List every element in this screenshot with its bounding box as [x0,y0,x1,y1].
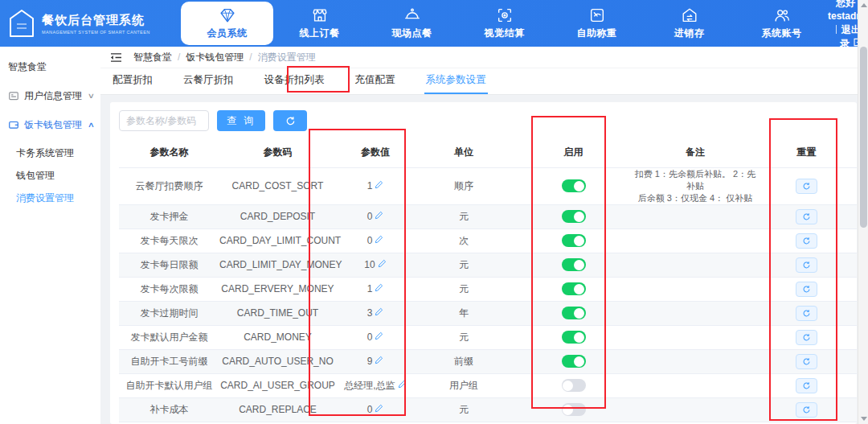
collapse-sidebar-icon[interactable] [110,52,122,63]
param-reset-cell [756,349,857,373]
query-button[interactable]: 查 询 [217,110,265,131]
nav-item-自助称重[interactable]: 自助称重 [551,0,643,47]
gem-icon [219,6,236,24]
nav-item-系统账号[interactable]: 系统账号 [735,0,828,47]
reset-button[interactable] [796,354,817,369]
edit-pencil-icon[interactable] [375,331,383,340]
tab-云餐厅折扣[interactable]: 云餐厅折扣 [183,73,234,94]
sidebar-item-卡务系统管理[interactable]: 卡务系统管理 [0,142,100,164]
reset-button[interactable] [796,209,817,224]
param-enable-cell [513,325,634,349]
reset-icon [802,285,811,294]
param-remark-cell [634,277,756,301]
sidebar-group-饭卡钱包管理[interactable]: 饭卡钱包管理∧ [0,113,100,137]
reset-button[interactable] [796,233,817,249]
nav-item-线上订餐[interactable]: 线上订餐 [273,0,366,47]
toggle-knob [574,332,584,343]
breadcrumb-item[interactable]: 智慧食堂 [133,51,172,64]
nav-item-现场点餐[interactable]: 现场点餐 [366,0,458,47]
sidebar-item-消费设置管理[interactable]: 消费设置管理 [0,187,100,209]
id-card-icon [8,90,19,101]
edit-pencil-icon[interactable] [375,307,383,316]
scrollbar-down-arrow-icon[interactable] [861,417,867,421]
reset-button[interactable] [796,306,817,321]
param-value-text: 1 [367,180,373,191]
tab-配置折扣[interactable]: 配置折扣 [113,73,153,94]
param-value-cell: 总经理,总监 [336,373,415,397]
tab-充值配置[interactable]: 充值配置 [355,73,395,94]
reset-button[interactable] [796,179,817,194]
enable-toggle[interactable] [562,258,586,271]
edit-pencil-icon[interactable] [375,180,383,189]
breadcrumb: 智慧食堂/饭卡钱包管理/消费设置管理 [133,51,316,64]
app-title: 餐饮后台管理系统 [42,13,150,28]
param-unit-cell: 元 [415,325,513,349]
reset-button[interactable] [796,257,817,273]
param-remark-cell [634,301,756,325]
breadcrumb-item[interactable]: 饭卡钱包管理 [186,51,244,64]
param-name-cell: 发卡每日限额 [119,253,219,277]
nav-item-会员系统[interactable]: 会员系统 [181,2,273,45]
param-name-cell: 发卡押金 [119,204,219,228]
enable-toggle[interactable] [562,179,586,192]
nav-item-视觉结算[interactable]: 视觉结算 [458,0,551,47]
param-value-text: 9 [367,356,373,367]
reset-button[interactable] [796,282,817,297]
reset-button[interactable] [796,378,817,393]
enable-toggle[interactable] [562,379,586,392]
table-row: 补卡成本CARD_REPLACE0元 [119,397,857,422]
sidebar-item-smart-canteen[interactable]: 智慧食堂 [0,55,100,79]
param-unit-cell: 用户组 [415,373,513,397]
toggle-knob [563,381,573,391]
param-remark-cell [634,373,756,397]
enable-toggle[interactable] [562,355,586,368]
reset-button[interactable] [796,330,817,345]
reset-button[interactable] [796,402,817,418]
param-remark-cell [634,349,756,373]
edit-pencil-icon[interactable] [398,380,407,389]
param-remark-cell [634,204,756,228]
reset-icon [802,381,811,390]
enable-toggle[interactable] [562,331,586,344]
enable-toggle[interactable] [562,210,586,223]
enable-toggle[interactable] [562,307,586,319]
param-reset-cell [756,325,857,349]
app-subtitle: MANAGEMENT SYSTEM OF SMART CANTEEN [42,30,150,35]
sidebar-group-用户信息管理[interactable]: 用户信息管理∨ [0,84,100,108]
tab-系统参数设置[interactable]: 系统参数设置 [426,73,486,94]
edit-pencil-icon[interactable] [378,259,387,268]
storefront-icon [311,6,329,24]
param-reset-cell [756,204,857,228]
sidebar-item-钱包管理[interactable]: 钱包管理 [0,164,100,187]
edit-pencil-icon[interactable] [375,235,383,244]
search-input[interactable] [119,110,209,131]
nav-label: 系统账号 [762,27,802,40]
edit-pencil-icon[interactable] [375,283,383,292]
top-nav: 会员系统线上订餐现场点餐视觉结算自助称重进销存系统账号 [181,0,828,47]
param-value-text: 0 [367,331,373,343]
column-header-重置: 重置 [756,138,857,167]
param-code-cell: CARD_DAY_LIMIT_COUNT [219,228,336,253]
breadcrumb-separator: / [178,51,180,63]
breadcrumb-separator: / [249,51,252,63]
tab-bar: 配置折扣云餐厅折扣设备折扣列表充值配置系统参数设置 [100,68,866,95]
param-enable-cell [513,397,634,422]
refresh-button[interactable] [273,110,307,131]
param-reset-cell [756,373,857,397]
enable-toggle[interactable] [562,234,586,247]
tab-设备折扣列表[interactable]: 设备折扣列表 [264,73,325,94]
enable-toggle[interactable] [562,403,586,416]
param-value-cell: 10 [336,253,415,277]
toggle-knob [574,284,584,294]
reset-icon [802,261,811,270]
vertical-scrollbar[interactable] [858,0,868,424]
edit-pencil-icon[interactable] [375,356,383,364]
edit-pencil-icon[interactable] [375,211,383,220]
enable-toggle[interactable] [562,282,586,295]
table-row: 发卡默认用户金额CARD_MONEY0元 [119,325,857,349]
scrollbar-thumb[interactable] [860,47,867,228]
scrollbar-up-arrow-icon[interactable] [861,3,867,7]
edit-pencil-icon[interactable] [375,404,383,413]
nav-item-进销存[interactable]: 进销存 [643,0,735,47]
sidebar-group-label: 饭卡钱包管理 [24,118,88,132]
